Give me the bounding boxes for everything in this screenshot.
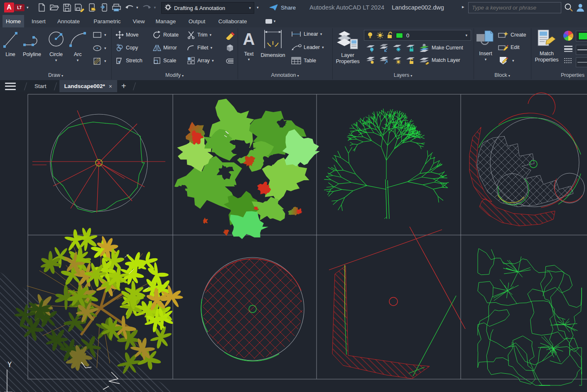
copy-button[interactable]: Copy <box>115 44 138 52</box>
tab-view[interactable]: View <box>129 15 149 27</box>
layer-unlock-button[interactable] <box>405 56 415 65</box>
linetype-dropdown[interactable] <box>576 57 587 67</box>
move-button[interactable]: Move <box>115 31 139 39</box>
save-icon[interactable] <box>61 2 72 13</box>
insert-button[interactable]: Insert ▾ <box>475 29 496 61</box>
match-properties-button[interactable]: Match Properties <box>533 29 560 63</box>
create-block-button[interactable]: Create <box>498 31 526 39</box>
layers-on-button[interactable] <box>366 56 376 65</box>
leader-caret-icon[interactable]: ▾ <box>322 46 324 49</box>
tab-annotate[interactable]: Annotate <box>52 15 85 27</box>
insert-caret-icon[interactable]: ▾ <box>475 58 496 61</box>
color-wheel-button[interactable] <box>562 30 574 42</box>
trim-button[interactable]: Trim ▾ <box>187 31 211 39</box>
title-chevron-icon[interactable]: ▸ <box>462 4 464 10</box>
acad-logo[interactable]: A LT ▾ <box>4 2 29 12</box>
file-tab-menu-icon[interactable] <box>5 83 16 90</box>
tab-collaborate[interactable]: Collaborate <box>214 15 252 27</box>
edit-attributes-button[interactable]: ▾ <box>499 56 514 66</box>
layer-isolate-button[interactable] <box>379 43 389 52</box>
ribbon-display-toggle[interactable]: ▾ <box>263 18 278 25</box>
edit-attributes-caret-icon[interactable]: ▾ <box>512 59 514 63</box>
close-tab-icon[interactable]: × <box>109 83 112 90</box>
explode-button[interactable] <box>224 43 235 53</box>
tab-parametric[interactable]: Parametric <box>88 15 126 27</box>
text-caret-icon[interactable]: ▾ <box>240 58 258 61</box>
tab-landscape002[interactable]: Landscape002* × <box>59 80 118 92</box>
ellipse-button[interactable]: ▾ <box>92 44 106 52</box>
layer-lock-button[interactable] <box>405 43 415 52</box>
leader-button[interactable]: Leader ▾ <box>291 44 324 51</box>
layer-thaw-button[interactable] <box>392 56 402 65</box>
draw-panel-label[interactable]: Draw▾ <box>0 72 111 78</box>
match-layer-icon <box>419 56 430 65</box>
arc-button[interactable]: Arc ▾ <box>68 29 87 62</box>
circle-flyout-caret-icon[interactable]: ▾ <box>45 59 67 62</box>
layer-unisolate-button[interactable] <box>379 56 389 65</box>
plot-icon[interactable] <box>111 2 122 13</box>
tab-start[interactable]: Start <box>29 80 52 92</box>
edit-block-button[interactable]: Edit <box>498 43 520 51</box>
erase-button[interactable] <box>224 29 235 40</box>
table-button[interactable]: Table <box>291 56 316 65</box>
block-panel-label[interactable]: Block▾ <box>474 72 531 78</box>
open-file-icon[interactable] <box>49 2 60 13</box>
layer-off-button[interactable] <box>366 43 376 52</box>
redo-caret-icon[interactable]: ▾ <box>154 6 156 10</box>
workspace-switcher[interactable]: Drafting & Annotation ▾ <box>161 2 254 14</box>
hatch-button[interactable]: ▾ <box>92 56 106 66</box>
user-account-icon[interactable] <box>575 2 586 13</box>
tab-output[interactable]: Output <box>184 15 210 27</box>
linear-button[interactable]: Linear ▾ <box>291 31 322 37</box>
fillet-button[interactable]: Fillet ▾ <box>187 44 212 52</box>
tab-insert[interactable]: Insert <box>27 15 50 27</box>
save-to-web-mobile-icon[interactable] <box>99 2 110 13</box>
redo-icon[interactable] <box>142 2 152 13</box>
undo-caret-icon[interactable]: ▾ <box>136 6 138 10</box>
annotation-panel-label[interactable]: Annotation▾ <box>238 72 332 78</box>
line-icon <box>2 29 19 49</box>
fillet-caret-icon[interactable]: ▾ <box>210 46 212 50</box>
trim-caret-icon[interactable]: ▾ <box>210 33 212 37</box>
share-button[interactable]: Share <box>269 0 296 15</box>
rotate-button[interactable]: Rotate <box>153 31 179 39</box>
arc-flyout-caret-icon[interactable]: ▾ <box>68 59 87 62</box>
search-input[interactable] <box>469 2 567 13</box>
save-as-icon[interactable] <box>74 2 85 13</box>
array-button[interactable]: Array ▾ <box>187 56 214 65</box>
modify-panel-label[interactable]: Modify▾ <box>111 72 238 78</box>
make-current-button[interactable]: Make Current <box>419 43 463 52</box>
rectangle-button[interactable]: ▾ <box>92 31 106 39</box>
new-file-icon[interactable] <box>37 2 47 13</box>
match-layer-button[interactable]: Match Layer <box>419 56 460 65</box>
stretch-button[interactable]: Stretch <box>115 56 142 65</box>
offset-button[interactable] <box>224 56 235 66</box>
tab-home[interactable]: Home <box>2 15 24 27</box>
dimension-button[interactable]: Dimension <box>258 28 287 59</box>
drawing-canvas[interactable]: Y <box>0 92 587 392</box>
undo-icon[interactable] <box>124 2 135 13</box>
lineweight-icon-button[interactable] <box>563 45 573 53</box>
mirror-button[interactable]: Mirror <box>153 44 177 52</box>
linear-caret-icon[interactable]: ▾ <box>320 32 322 36</box>
text-button[interactable]: A Text ▾ <box>240 28 258 61</box>
new-drawing-tab-button[interactable]: + <box>117 81 130 91</box>
layer-properties-button[interactable]: Layer Properties <box>335 29 361 64</box>
array-caret-icon[interactable]: ▾ <box>212 59 214 63</box>
layers-panel-label[interactable]: Layers▾ <box>332 72 474 78</box>
open-from-web-mobile-icon[interactable] <box>86 2 97 13</box>
tab-manage[interactable]: Manage <box>151 15 180 27</box>
qat-customize-icon[interactable]: ▾ <box>257 6 259 10</box>
circle-button[interactable]: Circle ▾ <box>45 29 67 62</box>
line-button[interactable]: Line <box>2 29 19 58</box>
properties-panel-label[interactable]: Properties <box>531 72 587 78</box>
polyline-button[interactable]: Polyline <box>20 29 44 58</box>
search-magnifier-icon[interactable] <box>563 2 574 13</box>
layer-dropdown[interactable]: 0 ▾ <box>364 30 471 41</box>
lineweight-dropdown[interactable] <box>576 45 587 55</box>
linetype-icon-button[interactable] <box>563 57 573 65</box>
scale-button[interactable]: Scale <box>153 56 176 65</box>
layer-freeze-button[interactable] <box>392 43 402 52</box>
object-color-dropdown[interactable] <box>576 31 587 42</box>
drawing-area[interactable]: Y <box>0 92 587 392</box>
